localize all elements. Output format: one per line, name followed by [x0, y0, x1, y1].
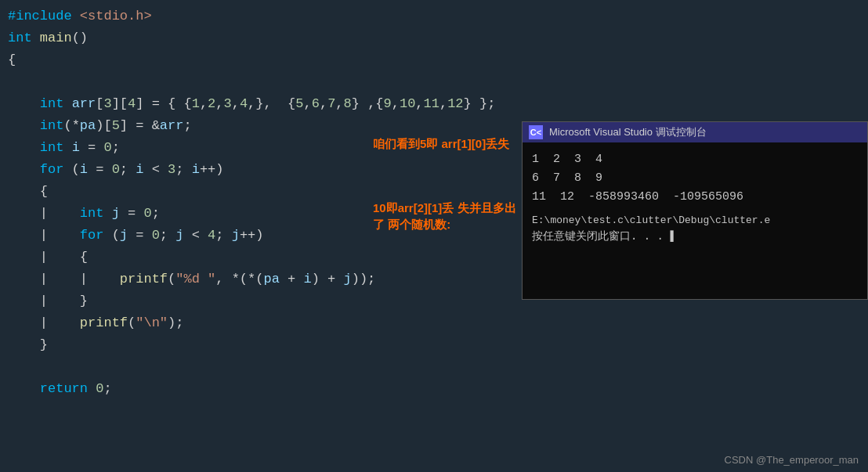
code-line-2: int main() — [0, 28, 868, 50]
annotation-1: 咱们看到5即 arr[1][0]丢失 — [373, 135, 514, 152]
vs-icon: C< — [529, 125, 543, 139]
console-output-line-3: 11 12 -858993460 -109565096 — [532, 188, 858, 207]
vs-body: 1 2 3 4 6 7 8 9 11 12 -858993460 -109565… — [523, 142, 867, 299]
console-output-line-1: 1 2 3 4 — [532, 150, 858, 169]
code-line-5: int arr[3][4] = { {1,2,3,4,}, {5,6,7,8} … — [0, 94, 868, 116]
code-line-4 — [0, 72, 868, 94]
csdn-watermark: CSDN @The_emperoor_man — [725, 454, 859, 466]
code-line-1: #include <stdio.h> — [0, 6, 868, 28]
int-keyword: int — [8, 28, 32, 49]
code-line-16: } — [0, 335, 868, 357]
vs-title: Microsoft Visual Studio 调试控制台 — [549, 125, 707, 139]
code-line-15: | printf("\n"); — [0, 313, 868, 335]
vs-titlebar: C< Microsoft Visual Studio 调试控制台 — [523, 122, 867, 142]
code-line-17 — [0, 357, 868, 379]
console-output-line-2: 6 7 8 9 — [532, 169, 858, 188]
console-prompt: 按任意键关闭此窗口. . . ▌ — [532, 229, 858, 243]
code-area: #include <stdio.h> int main() { int arr[… — [0, 0, 868, 472]
annotation-2: 10即arr[2][1]丢 失并且多出了 两个随机数: — [373, 200, 522, 232]
code-line-18: return 0; — [0, 379, 868, 401]
code-line-3: { — [0, 50, 868, 72]
vs-console-window: C< Microsoft Visual Studio 调试控制台 1 2 3 4… — [522, 121, 868, 300]
include-keyword: #include — [8, 6, 72, 27]
console-path-line: E:\money\test.c\clutter\Debug\clutter.e — [532, 213, 858, 229]
